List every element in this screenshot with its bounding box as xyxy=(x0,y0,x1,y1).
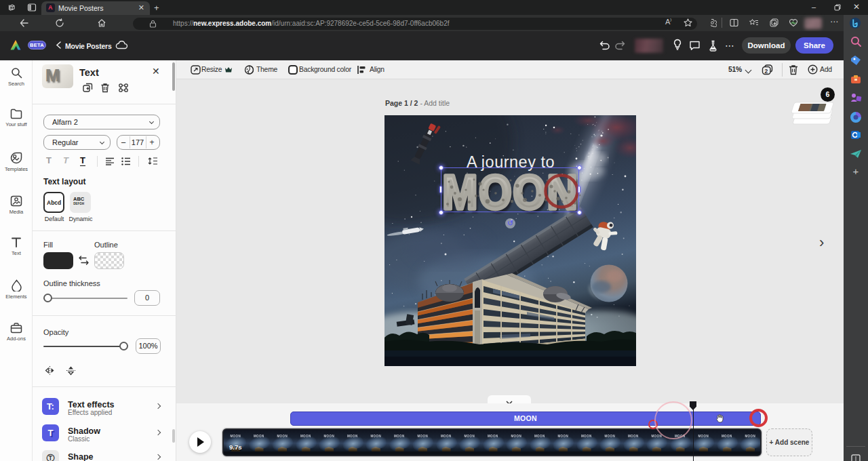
svg-text:2: 2 xyxy=(765,68,768,75)
